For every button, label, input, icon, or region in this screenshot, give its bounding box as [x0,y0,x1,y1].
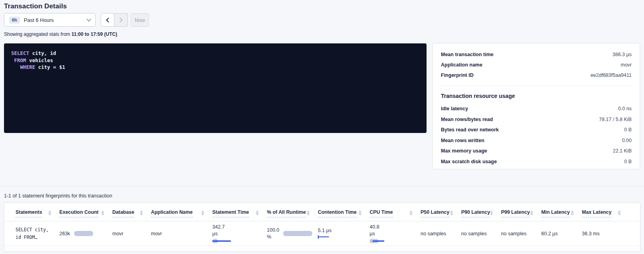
column-header-p99-latency[interactable]: P99 Latency [501,209,541,221]
time-arrow-group [101,13,128,27]
sort-icon[interactable] [490,211,493,215]
cell-max-latency: 36.3 ms [582,231,629,236]
column-header-statements[interactable]: Statements [16,209,59,221]
sort-icon[interactable] [358,211,362,215]
aggregated-stats-range: 11:00 to 17:59 (UTC) [71,31,117,37]
sort-icon[interactable] [256,211,259,215]
cell-application-name: movr [151,231,212,236]
column-header-p50-latency[interactable]: P50 Latency [421,209,461,221]
summary-row-mean-rows-bytes-read: Mean rows/bytes read 78.17 / 5.8 KiB [441,114,632,125]
next-interval-button[interactable] [114,13,128,27]
summary-row-mean-transaction-time: Mean transaction time 386.3 µs [441,49,632,60]
table-row: SELECT city,id FROM… 263k movr movr 342.… [4,221,640,246]
contention-time-bar [318,235,331,240]
aggregated-stats-caption: Showing aggregated stats from 11:00 to 1… [4,31,117,37]
chevron-left-icon [106,18,111,23]
resource-usage-heading: Transaction resource usage [441,90,632,102]
resource-usage-rows: Idle latency 0.0 ns Mean rows/bytes read… [441,104,632,167]
cell-min-latency: 60.2 µs [541,231,582,236]
aggregated-stats-prefix: Showing aggregated stats from [4,31,71,37]
summary-row-max-scratch-disk-usage: Max scratch disk usage 0 B [441,156,632,167]
sql-keyword: FROM [14,57,26,63]
statements-table: Statements Execution Count Database Appl… [4,203,640,252]
cell-contention-time: 5.1 µs [318,228,370,240]
cpu-time-bar [370,238,386,244]
sort-icon[interactable] [201,211,204,215]
statement-time-bar [212,238,231,244]
column-header-pct-of-all-runtime[interactable]: % of All Runtime [267,209,318,221]
sql-line: FROM vehicles [11,57,419,64]
execution-count-bar [74,231,93,236]
sort-icon[interactable] [450,211,453,215]
cell-database: movr [112,231,151,236]
column-header-execution-count[interactable]: Execution Count [59,209,112,221]
cell-statements: SELECT city,id FROM… [16,226,59,241]
summary-divider [441,86,632,86]
pct-runtime-bar [283,231,312,236]
previous-interval-button[interactable] [101,13,114,27]
time-interval-dropdown[interactable]: 6h Past 6 Hours [4,13,96,27]
chevron-right-icon [117,18,123,23]
sql-keyword: WHERE [20,64,35,70]
summary-row-fingerprint-id: Fingerprint ID ee2df683f5aa9411 [441,70,632,80]
sort-icon[interactable] [140,211,143,215]
now-button[interactable]: Now [131,13,149,27]
time-interval-badge: 6h [9,17,20,23]
sort-icon[interactable] [307,211,310,215]
cell-p50-latency: no samples [421,231,461,236]
transaction-summary-panel: Mean transaction time 386.3 µs Applicati… [433,43,640,169]
summary-row-application-name: Application name movr [441,60,632,70]
summary-row-max-memory-usage: Max memory usage 22.1 KiB [441,146,632,156]
sort-icon[interactable] [618,211,621,215]
cell-p90-latency: no samples [461,231,501,236]
column-header-min-latency[interactable]: Min Latency [541,209,582,221]
column-header-max-latency[interactable]: Max Latency [582,209,629,221]
column-header-statement-time[interactable]: Statement Time [212,209,267,221]
cell-pct-of-all-runtime: 100.0 % [267,227,318,240]
summary-row-idle-latency: Idle latency 0.0 ns [441,104,632,114]
sort-icon[interactable] [571,211,574,215]
sort-icon[interactable] [409,211,413,215]
statements-table-header: Statements Execution Count Database Appl… [4,203,640,221]
fingerprints-caption: 1-1 of 1 statement fingerprints for this… [4,193,112,199]
page-title: Transaction Details [4,2,67,10]
column-header-application-name[interactable]: Application Name [151,209,212,221]
summary-row-bytes-read-over-network: Bytes read over network 0 B [441,125,632,135]
chevron-down-icon [86,17,91,21]
column-header-cpu-time[interactable]: CPU Time [370,209,421,221]
sort-icon[interactable] [48,211,51,215]
column-header-database[interactable]: Database [112,209,151,221]
sql-statement-box: SELECT city, id FROM vehicles WHERE city… [4,43,427,133]
statement-link[interactable]: SELECT city,id FROM… [16,226,54,241]
sort-icon[interactable] [101,211,104,215]
sql-line: SELECT city, id [11,50,419,57]
sql-line: WHERE city = $1 [11,64,419,71]
column-header-contention-time[interactable]: Contention Time [318,209,370,221]
transaction-details-page: Transaction Details 6h Past 6 Hours Now … [0,0,644,254]
section-divider [0,186,644,186]
sort-icon[interactable] [530,211,533,215]
sql-keyword: SELECT [11,50,29,56]
time-interval-label: Past 6 Hours [24,17,87,23]
cell-execution-count: 263k [59,231,112,236]
cell-cpu-time: 40.8 µs [370,224,421,244]
summary-row-mean-rows-written: Mean rows written 0.00 [441,135,632,146]
column-header-p90-latency[interactable]: P90 Latency [461,209,501,221]
cell-p99-latency: no samples [501,231,541,236]
cell-statement-time: 342.7 µs [212,224,267,244]
